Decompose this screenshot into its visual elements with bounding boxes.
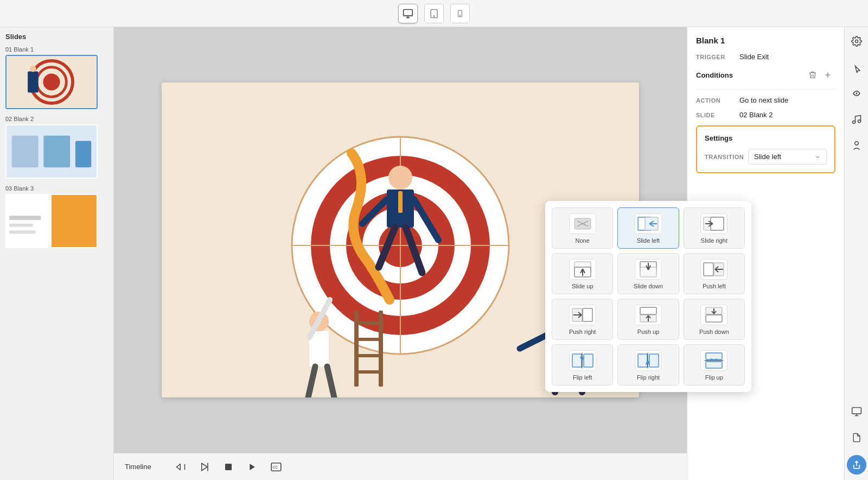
push-down-icon <box>700 305 727 325</box>
share-button[interactable] <box>847 455 866 475</box>
transition-option-flip-right[interactable]: Flip right <box>617 344 679 386</box>
slide-item-2[interactable]: 02 Blank 2 <box>5 116 108 179</box>
trigger-value: Slide Exit <box>739 53 835 61</box>
slide-up-label: Slide up <box>572 283 593 289</box>
push-down-label: Push down <box>699 329 729 335</box>
timeline-label: Timeline <box>125 463 151 471</box>
action-value: Go to next slide <box>739 96 835 104</box>
slide-label: SLIDE <box>696 112 739 118</box>
play-button[interactable] <box>245 459 260 475</box>
slides-panel-title: Slides <box>5 33 108 41</box>
transition-options-grid: None Slide left <box>552 207 745 386</box>
transition-option-slide-left[interactable]: Slide left <box>617 207 679 249</box>
add-condition-button[interactable] <box>820 67 835 83</box>
transition-option-flip-up[interactable]: Flip up <box>684 344 745 386</box>
svg-rect-16 <box>75 141 91 167</box>
svg-rect-115 <box>584 354 593 367</box>
svg-rect-120 <box>649 354 659 367</box>
transition-row: Transition Slide left <box>705 149 827 165</box>
svg-marker-61 <box>201 463 207 471</box>
right-sidebar <box>844 27 868 480</box>
slide-number-1: 01 Blank 1 <box>5 46 108 53</box>
step-forward-button[interactable] <box>197 459 212 475</box>
none-label: None <box>576 237 590 244</box>
captions-button[interactable]: CC <box>269 459 284 475</box>
settings-icon[interactable] <box>848 33 865 50</box>
push-left-icon <box>700 259 727 280</box>
svg-rect-34 <box>354 338 383 341</box>
transition-option-slide-right[interactable]: Slide right <box>684 207 745 249</box>
slide-thumbnail-3[interactable] <box>5 194 98 248</box>
slide-value: 02 Blank 2 <box>739 111 835 119</box>
svg-rect-35 <box>354 354 383 357</box>
slide-thumbnail-1[interactable] <box>5 55 98 109</box>
flip-up-icon <box>700 350 727 371</box>
desktop-view-button[interactable] <box>398 4 418 23</box>
slide-down-icon <box>635 259 662 280</box>
slide-item-1[interactable]: 01 Blank 1 <box>5 46 108 109</box>
mobile-view-button[interactable] <box>450 4 470 23</box>
delete-condition-button[interactable] <box>805 67 820 83</box>
flip-up-label: Flip up <box>705 374 723 381</box>
transition-option-push-down[interactable]: Push down <box>684 299 745 340</box>
slide-left-icon <box>635 213 662 234</box>
transition-option-slide-down[interactable]: Slide down <box>617 253 679 294</box>
transition-option-flip-left[interactable]: Flip left <box>552 344 613 386</box>
panel-title: Blank 1 <box>696 36 835 45</box>
svg-rect-94 <box>704 263 713 276</box>
svg-rect-20 <box>9 224 33 227</box>
svg-rect-11 <box>28 71 39 92</box>
monitor-icon[interactable] <box>848 403 865 420</box>
document-icon[interactable] <box>848 429 865 446</box>
svg-rect-36 <box>354 370 383 374</box>
cursor-icon[interactable] <box>848 59 865 76</box>
svg-rect-133 <box>852 408 861 414</box>
transition-option-none[interactable]: None <box>552 207 613 249</box>
push-right-label: Push right <box>569 329 596 335</box>
slide-left-label: Slide left <box>637 237 660 244</box>
svg-rect-39 <box>398 191 403 213</box>
stop-button[interactable] <box>221 459 236 475</box>
svg-rect-100 <box>583 308 592 321</box>
flip-left-icon <box>569 350 596 371</box>
slide-number-3: 03 Blank 3 <box>5 185 108 192</box>
slide-item-3[interactable]: 03 Blank 3 <box>5 185 108 248</box>
svg-point-4 <box>433 15 435 16</box>
rewind-button[interactable] <box>173 459 188 475</box>
action-row: ACTION Go to next slide <box>696 96 835 104</box>
animation-icon[interactable] <box>848 85 865 102</box>
settings-box-title: Settings <box>705 134 827 142</box>
svg-point-129 <box>855 40 858 43</box>
settings-box: Settings Transition Slide left <box>696 125 835 173</box>
action-label: ACTION <box>696 97 739 104</box>
svg-rect-19 <box>9 216 41 220</box>
svg-rect-114 <box>572 354 582 367</box>
trigger-label: TRIGGER <box>696 54 739 60</box>
device-icons <box>398 4 470 23</box>
slide-thumbnail-2[interactable] <box>5 124 98 179</box>
transition-select[interactable]: Slide left <box>748 149 827 165</box>
music-icon[interactable] <box>848 111 865 128</box>
trigger-row: TRIGGER Slide Exit <box>696 53 835 61</box>
none-icon <box>569 213 596 234</box>
top-bar <box>0 0 868 27</box>
transition-option-slide-up[interactable]: Slide up <box>552 253 613 294</box>
transition-option-push-left[interactable]: Push left <box>684 253 745 294</box>
flip-right-label: Flip right <box>637 374 660 381</box>
svg-rect-17 <box>7 194 52 248</box>
slide-right-label: Slide right <box>701 237 727 244</box>
flip-right-icon <box>635 350 662 371</box>
conditions-label: Conditions <box>696 71 805 79</box>
svg-point-37 <box>388 166 412 190</box>
transition-option-push-up[interactable]: Push up <box>617 299 679 340</box>
person-icon[interactable] <box>848 137 865 154</box>
svg-rect-21 <box>9 231 36 234</box>
flip-left-label: Flip left <box>573 374 592 381</box>
tablet-view-button[interactable] <box>424 4 444 23</box>
transition-option-push-right[interactable]: Push right <box>552 299 613 340</box>
svg-text:✦: ✦ <box>422 332 432 346</box>
svg-rect-65 <box>225 464 232 470</box>
svg-point-130 <box>852 121 855 124</box>
svg-rect-14 <box>12 136 39 168</box>
svg-rect-119 <box>638 354 647 367</box>
